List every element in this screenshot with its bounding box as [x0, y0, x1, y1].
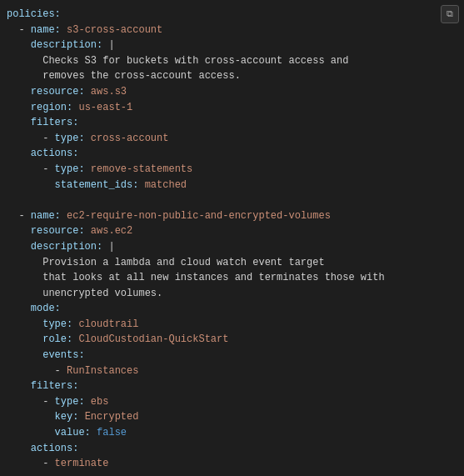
- code-line: actions:: [7, 441, 464, 457]
- code-token: remove-statements: [91, 163, 192, 175]
- code-token: us-east-1: [78, 102, 132, 113]
- code-token: aws.ec2: [91, 225, 132, 237]
- code-token: |: [102, 241, 114, 253]
- code-token: policies:: [7, 8, 61, 20]
- code-token: filters:: [31, 117, 79, 128]
- code-token: type:: [55, 163, 85, 175]
- code-token: actions:: [31, 148, 79, 159]
- code-token: statement_ids:: [55, 179, 139, 191]
- code-line: policies:: [7, 7, 464, 23]
- code-token: [85, 225, 91, 237]
- code-line: removes the cross-account access.: [7, 68, 464, 84]
- code-token: cloudtrail: [78, 318, 138, 330]
- code-line: mode:: [7, 301, 464, 317]
- code-token: ebs: [91, 396, 109, 408]
- code-token: -: [7, 210, 31, 222]
- code-line: filters:: [7, 378, 464, 394]
- copy-icon: ⧉: [447, 9, 453, 19]
- code-line: filters:: [7, 115, 464, 131]
- code-line: description: |: [7, 239, 464, 255]
- code-content: policies: - name: s3-cross-account descr…: [7, 7, 464, 476]
- code-token: [138, 179, 144, 191]
- code-token: key:: [55, 411, 79, 423]
- code-token: events:: [42, 349, 84, 361]
- code-line: region: us-east-1: [7, 100, 464, 116]
- code-token: [7, 225, 31, 237]
- code-line: type: cloudtrail: [7, 317, 464, 333]
- code-token: [85, 133, 91, 144]
- code-line: unencrypted volumes.: [7, 286, 464, 302]
- code-line: actions:: [7, 146, 464, 162]
- code-token: [85, 396, 91, 408]
- code-token: [7, 39, 31, 51]
- code-line: - name: ec2-require-non-public-and-encry…: [7, 208, 464, 224]
- code-token: [7, 86, 31, 98]
- code-token: [7, 380, 31, 392]
- code-token: region:: [31, 102, 72, 113]
- code-token: false: [97, 427, 127, 438]
- code-token: [78, 411, 84, 423]
- code-token: terminate: [55, 458, 109, 469]
- code-token: unencrypted volumes.: [7, 288, 162, 299]
- code-token: -: [7, 396, 55, 408]
- code-token: role:: [42, 333, 72, 345]
- code-line: events:: [7, 348, 464, 363]
- code-line: role: CloudCustodian-QuickStart: [7, 332, 464, 348]
- code-token: filters:: [31, 380, 79, 392]
- code-token: ec2-require-non-public-and-encrypted-vol…: [67, 210, 331, 222]
- code-token: [7, 443, 31, 454]
- code-token: [7, 102, 31, 113]
- code-line: - type: cross-account: [7, 131, 464, 147]
- code-token: s3-cross-account: [67, 24, 162, 36]
- code-token: Checks S3 for buckets with cross-account…: [7, 55, 348, 67]
- code-token: name:: [31, 24, 61, 36]
- copy-button[interactable]: ⧉: [441, 5, 459, 23]
- code-token: [7, 318, 42, 330]
- code-token: actions:: [31, 443, 79, 454]
- code-token: -: [7, 365, 67, 377]
- code-line: Checks S3 for buckets with cross-account…: [7, 53, 464, 69]
- code-token: RunInstances: [67, 365, 138, 377]
- code-token: [7, 303, 31, 314]
- code-token: type:: [55, 396, 85, 408]
- code-token: CloudCustodian-QuickStart: [78, 333, 228, 345]
- code-token: resource:: [31, 225, 85, 237]
- code-token: Provision a lambda and cloud watch event…: [7, 257, 325, 268]
- code-line: statement_ids: matched: [7, 178, 464, 193]
- code-line: [7, 193, 464, 208]
- code-token: name:: [31, 210, 61, 222]
- code-line: Provision a lambda and cloud watch event…: [7, 255, 464, 271]
- code-token: mode:: [31, 303, 61, 314]
- code-token: removes the cross-account access.: [7, 70, 241, 82]
- code-token: -: [7, 133, 55, 144]
- code-token: [61, 24, 67, 36]
- code-token: [7, 427, 55, 438]
- code-line: - terminate: [7, 456, 464, 472]
- code-panel: ⧉ policies: - name: s3-cross-account des…: [0, 0, 464, 476]
- code-token: type:: [42, 318, 72, 330]
- code-token: [7, 179, 55, 191]
- code-token: [61, 210, 67, 222]
- code-token: -: [7, 163, 55, 175]
- code-token: [7, 148, 31, 159]
- code-token: matched: [145, 179, 187, 191]
- code-line: - RunInstances: [7, 363, 464, 379]
- code-token: -: [7, 458, 55, 469]
- code-token: -: [7, 24, 31, 36]
- code-token: [7, 333, 42, 345]
- code-line: that looks at all new instances and term…: [7, 270, 464, 286]
- code-token: aws.s3: [91, 86, 127, 98]
- code-line: description: |: [7, 38, 464, 53]
- code-token: [7, 349, 42, 361]
- code-token: Encrypted: [85, 411, 139, 423]
- code-line: - name: s3-cross-account: [7, 23, 464, 38]
- code-token: value:: [55, 427, 91, 438]
- code-line: value: false: [7, 425, 464, 441]
- code-token: [7, 241, 31, 253]
- code-token: [7, 117, 31, 128]
- code-line: resource: aws.ec2: [7, 223, 464, 239]
- code-line: [7, 472, 464, 476]
- code-line: - type: remove-statements: [7, 162, 464, 178]
- code-token: description:: [31, 39, 102, 51]
- code-token: that looks at all new instances and term…: [7, 272, 385, 283]
